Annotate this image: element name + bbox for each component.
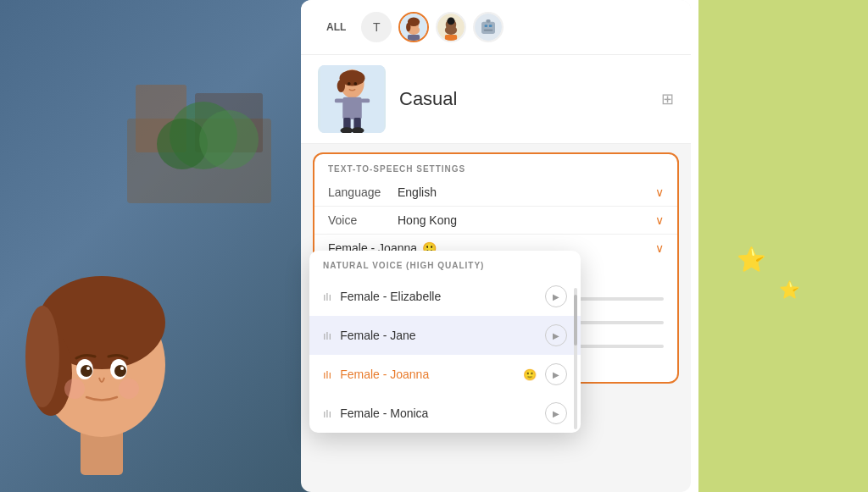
star-decoration-2: ⭐ [779, 279, 800, 300]
svg-point-46 [351, 127, 364, 133]
svg-rect-32 [485, 25, 488, 27]
waveform-icon-jane: ılı [323, 329, 331, 342]
svg-rect-31 [481, 22, 495, 34]
background-right [698, 0, 868, 492]
voice-item-joanna[interactable]: ılı Female - Joanna 🙂 ▶ [309, 355, 581, 394]
play-button-jane[interactable]: ▶ [545, 324, 567, 346]
voice-name-joanna: Female - Joanna [340, 368, 515, 381]
language-label: Language [328, 185, 387, 199]
play-button-elizabelle[interactable]: ▶ [545, 285, 567, 307]
voice-region-chevron-icon: ∨ [655, 213, 664, 227]
voice-item-elizabelle[interactable]: ılı Female - Elizabelle ▶ [309, 277, 581, 316]
svg-point-13 [81, 365, 92, 377]
character-avatar-preview [318, 65, 386, 133]
voice-name-elizabelle: Female - Elizabelle [340, 290, 537, 303]
language-row: Language English ∨ [314, 179, 677, 207]
language-chevron-icon: ∨ [655, 185, 664, 199]
svg-rect-41 [334, 98, 342, 102]
svg-rect-33 [489, 25, 492, 27]
character-face [17, 238, 186, 492]
voice-label: Voice [328, 213, 387, 227]
avatar-filter-1[interactable] [398, 12, 429, 42]
text-filter-button[interactable]: T [361, 12, 392, 42]
voice-dropdown: NATURAL VOICE (HIGH QUALITY) ılı Female … [309, 251, 581, 433]
avatar-filter-2[interactable] [436, 12, 466, 42]
svg-point-28 [448, 17, 455, 25]
svg-point-16 [120, 367, 124, 370]
svg-rect-35 [487, 19, 491, 23]
voice-name-jane: Female - Jane [340, 329, 537, 342]
tts-header: TEXT-TO-SPEECH SETTINGS [314, 154, 677, 179]
svg-point-18 [119, 379, 139, 399]
svg-point-17 [64, 379, 85, 399]
language-value: English [398, 185, 437, 199]
dropdown-section-title: NATURAL VOICE (HIGH QUALITY) [309, 251, 581, 277]
waveform-icon-elizabelle: ılı [323, 290, 331, 303]
scrollbar-thumb [574, 295, 577, 346]
voice-item-jane[interactable]: ılı Female - Jane ▶ [309, 316, 581, 355]
svg-rect-29 [445, 35, 457, 41]
filter-row: ALL T [301, 0, 691, 55]
voice-region-value: Hong Kong [398, 213, 457, 227]
joanna-face-emoji: 🙂 [523, 368, 537, 381]
language-select[interactable]: English ∨ [398, 185, 664, 199]
svg-point-45 [340, 127, 353, 133]
waveform-icon-joanna: ılı [323, 368, 331, 381]
waveform-icon-monica: ılı [323, 407, 331, 420]
svg-rect-34 [484, 30, 493, 31]
svg-point-47 [347, 81, 350, 85]
svg-rect-40 [342, 97, 362, 119]
svg-point-15 [86, 367, 90, 370]
svg-point-48 [353, 81, 357, 85]
svg-point-10 [25, 306, 59, 407]
room-illustration [119, 51, 288, 220]
play-button-joanna[interactable]: ▶ [545, 363, 567, 385]
svg-point-5 [199, 110, 259, 169]
svg-point-14 [114, 365, 126, 377]
voice-row: Voice Hong Kong ∨ [314, 207, 677, 235]
svg-point-39 [337, 80, 344, 92]
scrollbar[interactable] [574, 288, 577, 429]
voice-name-monica: Female - Monica [340, 406, 537, 420]
character-name: Casual [399, 88, 648, 110]
text-icon: T [373, 20, 381, 34]
svg-point-23 [406, 23, 410, 32]
svg-rect-42 [360, 98, 369, 102]
svg-rect-24 [408, 35, 420, 41]
voice-name-chevron-icon: ∨ [655, 241, 664, 255]
play-button-monica[interactable]: ▶ [545, 402, 567, 424]
voice-region-select[interactable]: Hong Kong ∨ [398, 213, 664, 227]
expand-icon[interactable]: ⊞ [661, 90, 674, 108]
character-card: Casual ⊞ [301, 55, 691, 144]
voice-item-monica[interactable]: ılı Female - Monica ▶ [309, 394, 581, 433]
filter-all-button[interactable]: ALL [318, 18, 354, 36]
star-decoration-1: ⭐ [737, 246, 766, 274]
avatar-filter-3[interactable] [473, 12, 504, 42]
